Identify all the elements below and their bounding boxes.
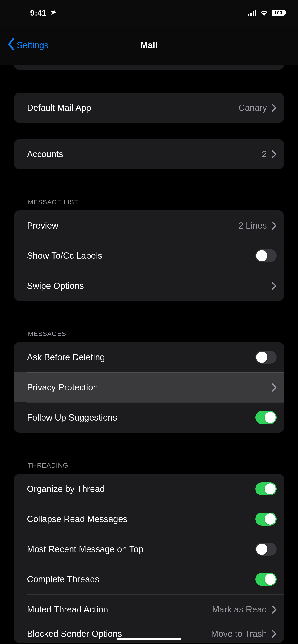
- status-time: 9:41: [30, 8, 47, 18]
- row-ask-before-deleting: Ask Before Deleting: [14, 342, 284, 372]
- chevron-right-icon: [271, 222, 277, 230]
- svg-rect-3: [255, 10, 256, 16]
- row-label: Complete Threads: [27, 574, 99, 584]
- row-label: Preview: [27, 221, 58, 231]
- row-label: Muted Thread Action: [27, 604, 108, 614]
- row-privacy-protection[interactable]: Privacy Protection: [14, 372, 284, 402]
- chevron-right-icon: [271, 104, 277, 112]
- row-label: Swipe Options: [27, 281, 84, 291]
- row-label: Privacy Protection: [27, 382, 98, 392]
- screen: 9:41 100: [0, 0, 298, 644]
- row-label: Follow Up Suggestions: [27, 413, 117, 422]
- section-header-message-list: MESSAGE LIST: [14, 186, 284, 210]
- section-header-threading: THREADING: [14, 449, 284, 474]
- toggle-follow-up-suggestions[interactable]: [255, 411, 277, 424]
- svg-rect-0: [248, 14, 249, 16]
- svg-rect-2: [252, 11, 254, 16]
- row-value: Mark as Read: [212, 604, 267, 614]
- row-swipe-options[interactable]: Swipe Options: [14, 271, 284, 301]
- group-message-list: Preview 2 Lines Show To/Cc Labels Swipe …: [14, 210, 284, 301]
- location-icon: [50, 10, 56, 16]
- row-label: Blocked Sender Options: [27, 629, 122, 639]
- row-follow-up-suggestions: Follow Up Suggestions: [14, 402, 284, 432]
- chevron-right-icon: [271, 383, 277, 392]
- row-most-recent-on-top: Most Recent Message on Top: [14, 534, 284, 564]
- row-complete-threads: Complete Threads: [14, 564, 284, 594]
- battery-icon: 100: [271, 9, 286, 16]
- svg-text:100: 100: [274, 10, 282, 15]
- row-label: Ask Before Deleting: [27, 352, 105, 362]
- row-value: 2 Lines: [238, 221, 267, 231]
- toggle-organize-by-thread[interactable]: [255, 482, 277, 496]
- group-accounts: Accounts 2: [14, 139, 284, 169]
- group-threading: Organize by Thread Collapse Read Message…: [14, 474, 284, 643]
- toggle-most-recent-on-top[interactable]: [255, 543, 277, 556]
- cellular-icon: [248, 10, 257, 16]
- row-label: Organize by Thread: [27, 484, 105, 494]
- back-label: Settings: [17, 40, 49, 50]
- row-label: Show To/Cc Labels: [27, 251, 102, 261]
- row-label: Accounts: [27, 149, 63, 159]
- nav-bar: Settings Mail: [0, 26, 298, 65]
- row-label: Collapse Read Messages: [27, 514, 127, 524]
- row-default-mail-app[interactable]: Default Mail App Canary: [14, 93, 284, 123]
- row-label: Most Recent Message on Top: [27, 544, 143, 554]
- row-value: 2: [262, 149, 267, 159]
- row-preview[interactable]: Preview 2 Lines: [14, 210, 284, 241]
- toggle-show-tocc[interactable]: [255, 249, 277, 262]
- chevron-right-icon: [271, 630, 277, 638]
- row-value: Move to Trash: [211, 629, 267, 639]
- toggle-ask-before-deleting[interactable]: [255, 351, 277, 364]
- chevron-right-icon: [271, 282, 277, 290]
- content-inner: Default Mail App Canary Accounts 2: [0, 65, 298, 643]
- toggle-collapse-read-messages[interactable]: [255, 512, 277, 526]
- status-right: 100: [248, 9, 286, 16]
- group-default-mail-app: Default Mail App Canary: [14, 93, 284, 123]
- wifi-icon: [260, 10, 268, 16]
- chevron-left-icon: [7, 38, 15, 52]
- row-organize-by-thread: Organize by Thread: [14, 474, 284, 504]
- toggle-complete-threads[interactable]: [255, 573, 277, 586]
- section-header-messages: MESSAGES: [14, 317, 284, 342]
- page-title: Mail: [140, 40, 158, 50]
- home-indicator[interactable]: [117, 638, 181, 640]
- row-accounts[interactable]: Accounts 2: [14, 139, 284, 169]
- chevron-right-icon: [271, 605, 277, 614]
- row-label: Default Mail App: [27, 103, 91, 113]
- status-left: 9:41: [30, 8, 56, 18]
- svg-rect-1: [250, 12, 251, 16]
- row-muted-thread-action[interactable]: Muted Thread Action Mark as Read: [14, 594, 284, 624]
- row-value: Canary: [239, 103, 267, 113]
- row-collapse-read-messages: Collapse Read Messages: [14, 504, 284, 534]
- content-scroll[interactable]: Default Mail App Canary Accounts 2: [0, 65, 298, 644]
- prev-group-sliver: [14, 65, 284, 70]
- status-bar: 9:41 100: [0, 0, 298, 26]
- chevron-right-icon: [271, 150, 277, 158]
- svg-rect-5: [285, 11, 286, 14]
- group-messages: Ask Before Deleting Privacy Protection F…: [14, 342, 284, 432]
- back-button[interactable]: Settings: [7, 38, 49, 52]
- row-blocked-sender-options[interactable]: Blocked Sender Options Move to Trash: [14, 624, 284, 643]
- row-show-tocc: Show To/Cc Labels: [14, 241, 284, 271]
